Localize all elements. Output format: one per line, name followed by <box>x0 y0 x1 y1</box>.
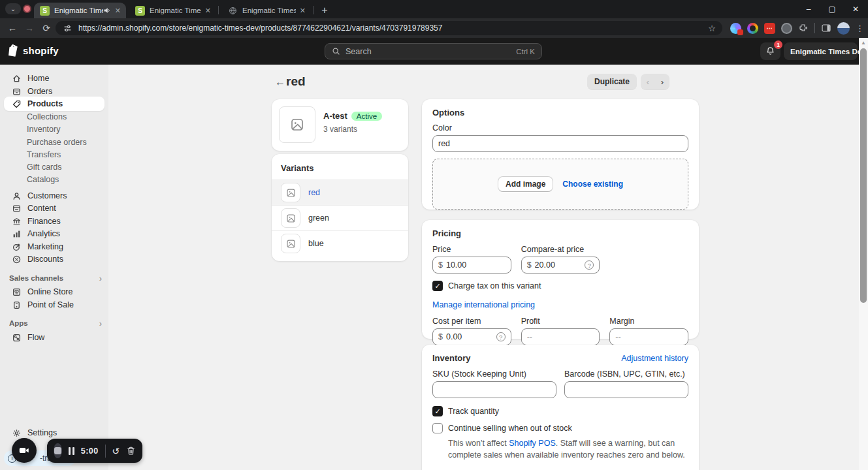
content-icon <box>12 204 22 213</box>
notifications-button[interactable]: 1 <box>760 42 780 60</box>
variant-row-red[interactable]: red <box>272 180 408 205</box>
price-input[interactable] <box>446 260 506 270</box>
notification-badge: 1 <box>774 40 782 49</box>
next-variant-button[interactable]: › <box>661 77 664 87</box>
scrollbar-up-arrow[interactable]: ▲ <box>861 40 866 46</box>
sidebar-item-gift-cards[interactable]: Gift cards <box>4 161 104 174</box>
store-name: Enigmatic Times Dev <box>790 48 865 55</box>
extensions-puzzle-icon[interactable] <box>798 23 809 33</box>
variants-card: Variants red green blue <box>272 154 408 261</box>
add-image-button[interactable]: Add image <box>498 176 553 192</box>
manage-international-pricing-link[interactable]: Manage international pricing <box>432 300 535 309</box>
site-settings-icon[interactable] <box>63 24 72 33</box>
tab-close-icon[interactable]: ✕ <box>205 7 211 15</box>
extension-pinwheel-icon[interactable] <box>730 23 741 34</box>
currency-prefix: $ <box>438 260 443 270</box>
shopify-logo[interactable]: shopify <box>8 44 59 57</box>
inventory-title: Inventory <box>432 353 471 363</box>
tab-search-button[interactable]: ⌄ <box>5 3 21 14</box>
extension-lens-icon[interactable] <box>747 23 758 34</box>
color-input[interactable] <box>438 139 683 148</box>
sidebar-item-online-store[interactable]: Online Store <box>4 285 104 299</box>
section-heading-label: Apps <box>9 319 28 327</box>
pause-recording-button[interactable] <box>69 447 74 455</box>
forward-button[interactable]: → <box>21 23 38 33</box>
previous-variant-button[interactable]: ‹ <box>647 77 649 87</box>
adjustment-history-link[interactable]: Adjustment history <box>621 354 688 363</box>
side-panel-icon[interactable] <box>821 23 831 33</box>
restart-recording-button[interactable]: ↺ <box>112 446 120 456</box>
tab-close-icon[interactable]: ✕ <box>115 7 121 15</box>
sidebar-item-label: Marketing <box>27 242 63 251</box>
browser-tab-2[interactable]: S Enigmatic Times Dev - Markets ✕ <box>129 3 216 18</box>
sidebar-item-content[interactable]: Content <box>4 201 104 215</box>
product-name-link[interactable]: A-test <box>323 111 347 121</box>
window-close-button[interactable]: ✕ <box>851 5 860 14</box>
sidebar-item-flow[interactable]: Flow <box>4 330 104 345</box>
track-quantity-row: ✓ Track quantity <box>432 406 688 416</box>
variant-pager: ‹ › <box>641 74 669 89</box>
analytics-icon <box>12 229 22 239</box>
reload-button[interactable]: ⟳ <box>38 23 55 33</box>
window-maximize-button[interactable]: ▢ <box>828 5 837 14</box>
continue-selling-checkbox[interactable] <box>432 423 443 433</box>
track-quantity-label: Track quantity <box>448 407 499 416</box>
page-scrollbar[interactable]: ▲ <box>859 38 868 470</box>
sidebar-item-point-of-sale[interactable]: Point of Sale <box>4 298 104 312</box>
sidebar-item-settings[interactable]: Settings <box>4 426 104 440</box>
help-icon[interactable]: ? <box>585 260 594 270</box>
sku-input[interactable] <box>438 385 551 394</box>
variant-row-green[interactable]: green <box>272 205 408 230</box>
continue-selling-helper-text: This won't affect Shopify POS. Staff wil… <box>448 437 690 461</box>
bookmark-star-icon[interactable]: ☆ <box>708 24 716 33</box>
global-search-input[interactable]: Search Ctrl K <box>325 43 542 59</box>
barcode-input[interactable] <box>570 385 683 394</box>
image-dropzone[interactable]: Add image Choose existing <box>432 159 688 210</box>
tab-audio-icon[interactable] <box>103 7 111 14</box>
choose-existing-link[interactable]: Choose existing <box>562 180 623 189</box>
extension-reader-icon[interactable]: ⋯ <box>764 23 775 34</box>
sidebar-item-catalogs[interactable]: Catalogs <box>4 173 104 186</box>
new-tab-button[interactable]: + <box>317 3 332 18</box>
back-arrow-button[interactable]: ← <box>275 76 285 88</box>
stop-recording-button[interactable] <box>54 443 62 458</box>
tab-title: Enigmatic Times Dev - Varia <box>54 7 103 14</box>
apps-heading[interactable]: Apps › <box>9 317 102 329</box>
duplicate-button[interactable]: Duplicate <box>587 74 637 89</box>
scrollbar-thumb[interactable] <box>860 48 867 303</box>
delete-recording-button[interactable] <box>126 446 136 456</box>
sidebar-item-label: Point of Sale <box>27 300 74 309</box>
charge-tax-checkbox[interactable]: ✓ <box>432 281 443 291</box>
sidebar-item-home[interactable]: Home <box>4 71 104 86</box>
sales-channels-heading[interactable]: Sales channels › <box>9 272 102 284</box>
sidebar-item-discounts[interactable]: Discounts <box>4 252 104 266</box>
compare-at-price-input[interactable] <box>535 260 585 270</box>
cost-per-item-input[interactable] <box>446 332 496 341</box>
product-thumbnail[interactable] <box>279 106 315 143</box>
sidebar-item-products[interactable]: Products <box>4 97 104 111</box>
sidebar-item-collections[interactable]: Collections <box>4 110 104 123</box>
track-quantity-checkbox[interactable]: ✓ <box>432 406 443 416</box>
sidebar-item-transfers[interactable]: Transfers <box>4 148 104 161</box>
sidebar-item-analytics[interactable]: Analytics <box>4 227 104 241</box>
variant-row-blue[interactable]: blue <box>272 230 408 256</box>
tab-close-icon[interactable]: ✕ <box>300 7 306 15</box>
browser-tab-active[interactable]: S Enigmatic Times Dev - Varia ✕ <box>34 3 126 18</box>
back-button[interactable]: ← <box>4 23 21 33</box>
address-bar[interactable]: https://admin.shopify.com/store/enigmati… <box>56 21 722 35</box>
browser-tab-3[interactable]: Enigmatic Times Dev ✕ <box>222 3 311 18</box>
marketing-icon <box>12 242 22 252</box>
recorder-camera-button[interactable] <box>12 438 37 463</box>
extension-record-icon[interactable] <box>781 23 792 34</box>
product-meta: A-test Active 3 variants <box>323 106 382 144</box>
store-menu-button[interactable]: Enigmatic Times Dev ETD <box>784 42 858 60</box>
help-icon[interactable]: ? <box>496 332 506 341</box>
sidebar-item-label: Online Store <box>27 287 72 296</box>
sidebar-item-purchase-orders[interactable]: Purchase orders <box>4 136 104 149</box>
browser-profile-avatar[interactable] <box>837 22 850 35</box>
window-minimize-button[interactable]: – <box>804 5 813 14</box>
variants-card-title: Variants <box>272 162 408 180</box>
sidebar-item-inventory[interactable]: Inventory <box>4 123 104 136</box>
browser-menu-icon[interactable]: ⋮ <box>856 24 864 33</box>
shopify-pos-link[interactable]: Shopify POS <box>509 439 556 448</box>
